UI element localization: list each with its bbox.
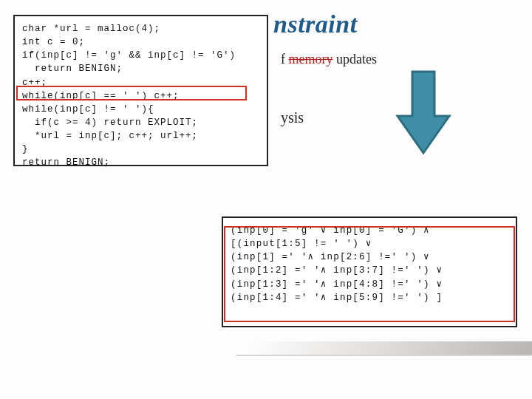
bullet-analysis-fragment: ysis — [281, 109, 304, 126]
bullet1-suffix: updates — [333, 52, 377, 66]
arrow-down-icon — [394, 68, 453, 157]
slide: nstraint f memory updates ysis char *url… — [0, 0, 532, 399]
code-box-constraint: (inp[0] = 'g' ∨ inp[0] = 'G') ∧ [(input[… — [222, 216, 517, 327]
title-fragment: nstraint — [273, 10, 358, 38]
bullet1-strike: memory — [289, 52, 333, 66]
bullet1-prefix: f — [281, 52, 289, 66]
bullet-memory-updates: f memory updates — [281, 52, 377, 67]
code-box-source: char *url = malloc(4); int c = 0; if(inp… — [13, 15, 268, 166]
accent-strip — [236, 341, 532, 355]
